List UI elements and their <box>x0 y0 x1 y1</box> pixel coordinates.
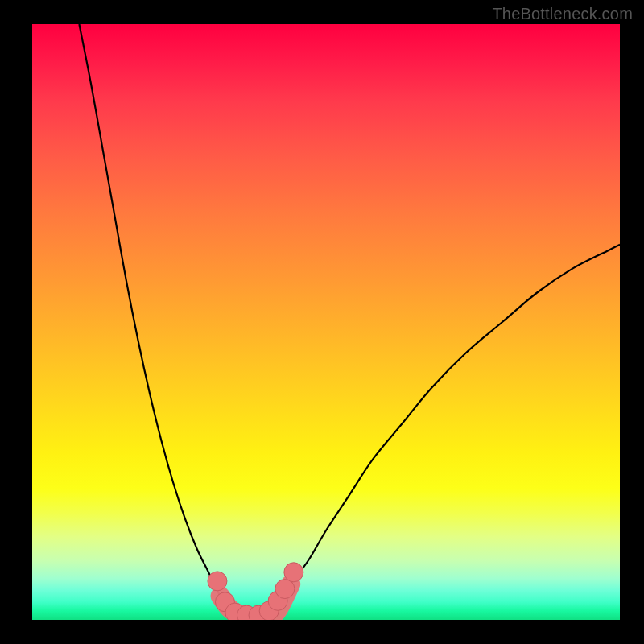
watermark-text: TheBottleneck.com <box>492 5 633 23</box>
chart-frame: TheBottleneck.com <box>0 0 644 644</box>
plot-area <box>32 24 620 620</box>
curve-layer <box>32 24 620 620</box>
valley-marker-dot <box>275 580 295 599</box>
valley-marker-dot <box>208 572 227 591</box>
v-curve-path <box>79 24 620 617</box>
valley-marker-dot <box>284 563 303 582</box>
bottleneck-curve <box>79 24 620 617</box>
